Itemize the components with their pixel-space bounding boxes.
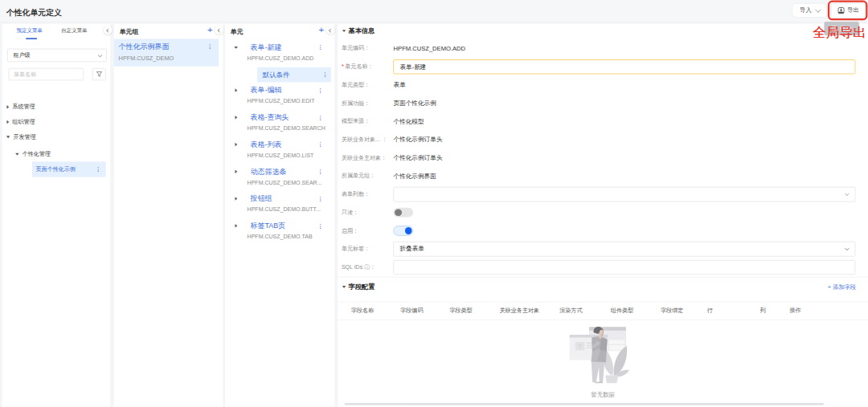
svg-text:?: ? xyxy=(578,343,582,350)
